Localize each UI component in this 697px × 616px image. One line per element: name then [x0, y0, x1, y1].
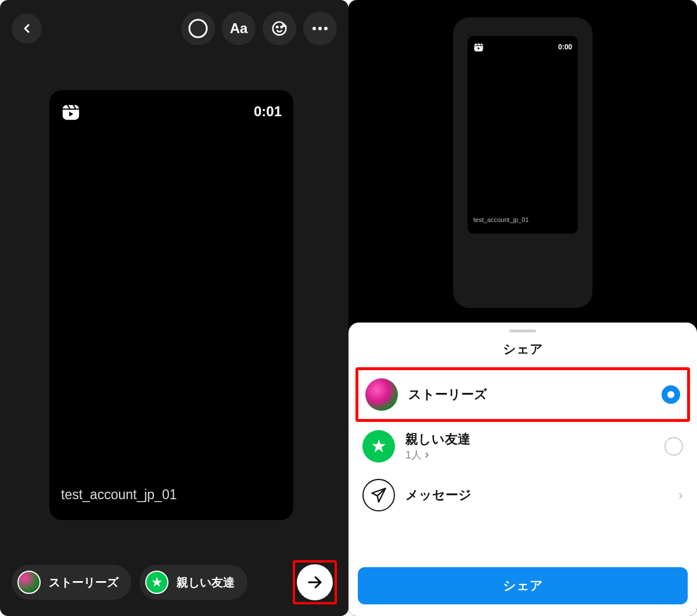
mini-story-preview: 0:00 test_account_jp_01: [468, 36, 578, 234]
post-to-close-friends-chip[interactable]: 親しい友達: [139, 565, 247, 600]
close-friends-sublabel: 1人: [405, 448, 654, 462]
sheet-drag-handle[interactable]: [509, 330, 536, 332]
share-button-wrap: シェア: [348, 553, 697, 616]
share-preview-area: 0:00 test_account_jp_01: [348, 0, 697, 325]
sheet-title: シェア: [348, 341, 697, 358]
story-preview-card[interactable]: 0:01 test_account_jp_01: [49, 90, 293, 520]
radio-selected-icon[interactable]: [662, 385, 680, 404]
back-button[interactable]: [12, 13, 42, 44]
close-friends-icon: [362, 430, 395, 463]
draw-button[interactable]: [181, 12, 215, 45]
more-dots-icon: [312, 26, 328, 31]
preview-timestamp: 0:01: [254, 103, 282, 120]
svg-rect-8: [475, 44, 483, 52]
reels-icon: [473, 42, 484, 52]
stories-option-highlight: ストーリーズ: [355, 367, 690, 422]
phone-mockup: 0:00 test_account_jp_01: [453, 17, 592, 308]
editor-toolbar: Aa: [0, 0, 348, 57]
share-sheet-pane: 0:00 test_account_jp_01 シェア ストーリーズ: [348, 0, 697, 616]
circle-outline-icon: [188, 18, 209, 39]
mini-username: test_account_jp_01: [473, 216, 529, 223]
share-sheet: シェア ストーリーズ 親しい友達 1人: [348, 323, 697, 616]
chevron-left-icon: [20, 22, 34, 35]
svg-point-5: [324, 27, 328, 30]
bottom-actions: ストーリーズ 親しい友達: [0, 560, 348, 604]
close-friends-chip-label: 親しい友達: [177, 575, 235, 590]
preview-header: 0:01: [61, 102, 282, 121]
text-tool-button[interactable]: Aa: [222, 12, 256, 45]
share-option-messages[interactable]: メッセージ ›: [355, 471, 690, 520]
messages-icon-circle: [362, 479, 395, 511]
share-button[interactable]: シェア: [358, 567, 688, 604]
svg-point-3: [312, 27, 316, 30]
user-avatar-icon: [365, 378, 398, 411]
svg-point-4: [318, 27, 322, 30]
reels-icon: [61, 102, 81, 121]
radio-unselected-icon[interactable]: [664, 437, 683, 456]
sticker-icon: [271, 20, 288, 37]
share-option-stories[interactable]: ストーリーズ: [358, 370, 687, 419]
close-friends-option-label: 親しい友達: [405, 431, 654, 448]
user-avatar-icon: [17, 571, 41, 594]
next-button-highlight: [293, 560, 337, 604]
text-tool-icon: Aa: [230, 20, 248, 37]
sticker-button[interactable]: [263, 12, 296, 45]
chevron-right-icon: ›: [678, 487, 683, 503]
next-button[interactable]: [297, 564, 333, 600]
more-button[interactable]: [303, 12, 337, 45]
svg-rect-6: [63, 105, 79, 120]
stories-option-label: ストーリーズ: [408, 386, 651, 403]
send-icon: [371, 487, 387, 503]
svg-point-2: [281, 26, 283, 28]
svg-point-1: [276, 26, 278, 28]
story-editor-pane: Aa 0:01 test_account_jp_01 ストーリーズ 親しい友達: [0, 0, 348, 616]
mini-timestamp: 0:00: [558, 43, 572, 51]
close-friends-icon: [145, 571, 168, 594]
post-to-stories-chip[interactable]: ストーリーズ: [12, 565, 131, 600]
arrow-right-icon: [306, 574, 324, 591]
svg-point-0: [189, 20, 207, 37]
preview-username: test_account_jp_01: [61, 487, 177, 503]
messages-option-label: メッセージ: [405, 486, 668, 504]
stories-chip-label: ストーリーズ: [49, 575, 118, 590]
chevron-right-icon: [424, 452, 430, 459]
share-options-list: ストーリーズ 親しい友達 1人: [348, 367, 697, 520]
share-option-close-friends[interactable]: 親しい友達 1人: [355, 422, 690, 471]
